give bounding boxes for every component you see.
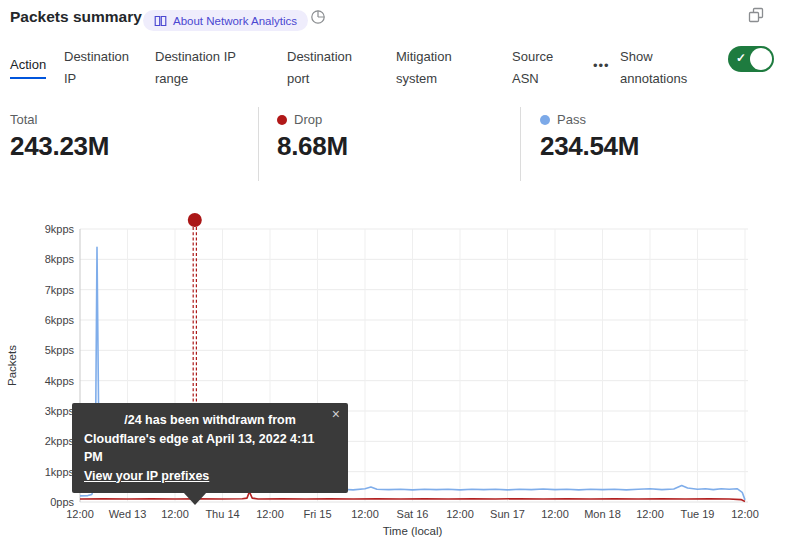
close-icon[interactable]: × [332, 405, 340, 424]
svg-text:2kpps: 2kpps [45, 435, 75, 447]
pass-legend-dot [540, 115, 550, 125]
svg-text:4kpps: 4kpps [45, 375, 75, 387]
stat-drop-label: Drop [277, 112, 322, 127]
svg-text:12:00: 12:00 [731, 508, 759, 520]
packets-summary-panel: Packets summary About Network Analytics … [0, 0, 785, 555]
stat-drop-value: 8.68M [277, 131, 348, 162]
stat-pass-label: Pass [540, 112, 586, 127]
popout-icon[interactable] [748, 7, 765, 28]
show-annotations-toggle[interactable]: ✓ [728, 46, 774, 72]
tab-destination-port[interactable]: Destination port [287, 46, 369, 90]
tooltip-caret [183, 492, 207, 505]
about-network-analytics-link[interactable]: About Network Analytics [143, 10, 308, 31]
time-window-icon[interactable] [310, 9, 326, 29]
svg-text:Thu 14: Thu 14 [205, 508, 239, 520]
svg-text:12:00: 12:00 [351, 508, 379, 520]
tab-destination-ip-range[interactable]: Destination IP range [155, 46, 257, 90]
drop-legend-dot [277, 115, 287, 125]
svg-text:12:00: 12:00 [636, 508, 664, 520]
tab-destination-ip[interactable]: Destination IP [64, 46, 144, 90]
packets-time-series-chart[interactable]: 0pps1kpps2kpps3kpps4kpps5kpps6kpps7kpps8… [0, 205, 785, 555]
y-axis-title: Packets [6, 345, 18, 386]
svg-text:3kpps: 3kpps [45, 405, 75, 417]
annotation-tooltip: × /24 has been withdrawn from Cloudflare… [72, 403, 348, 493]
svg-text:Sun 17: Sun 17 [490, 508, 525, 520]
svg-text:Fri 15: Fri 15 [303, 508, 331, 520]
svg-text:6kpps: 6kpps [45, 314, 75, 326]
svg-text:12:00: 12:00 [446, 508, 474, 520]
svg-text:Sat 16: Sat 16 [397, 508, 429, 520]
svg-text:5kpps: 5kpps [45, 344, 75, 356]
svg-text:8kpps: 8kpps [45, 253, 75, 265]
view-ip-prefixes-link[interactable]: View your IP prefixes [84, 467, 209, 486]
stat-divider [520, 107, 521, 181]
tooltip-text-line2: Cloudflare's edge at April 13, 2022 4:11… [84, 430, 336, 467]
check-icon: ✓ [736, 51, 746, 65]
tab-source-asn[interactable]: Source ASN [512, 46, 568, 90]
svg-text:12:00: 12:00 [66, 508, 94, 520]
badge-label: About Network Analytics [173, 15, 297, 27]
svg-text:1kpps: 1kpps [45, 466, 75, 478]
svg-text:Tue 19: Tue 19 [681, 508, 715, 520]
y-axis-labels: 0pps1kpps2kpps3kpps4kpps5kpps6kpps7kpps8… [45, 223, 75, 508]
svg-text:12:00: 12:00 [161, 508, 189, 520]
toggle-knob [750, 48, 772, 70]
book-icon [154, 15, 167, 27]
stat-total-label: Total [10, 112, 37, 127]
page-title: Packets summary [10, 8, 142, 26]
svg-text:12:00: 12:00 [256, 508, 284, 520]
x-axis-title: Time (local) [383, 525, 443, 537]
svg-text:9kpps: 9kpps [45, 223, 75, 235]
tab-action[interactable]: Action [10, 54, 46, 79]
tab-mitigation-system[interactable]: Mitigation system [396, 46, 478, 90]
show-annotations-label: Show annotations [620, 46, 708, 90]
stat-divider [258, 107, 259, 181]
annotation-dot[interactable] [188, 213, 202, 227]
svg-text:Wed 13: Wed 13 [109, 508, 147, 520]
svg-text:12:00: 12:00 [541, 508, 569, 520]
svg-text:7kpps: 7kpps [45, 284, 75, 296]
svg-text:0pps: 0pps [50, 496, 74, 508]
stat-total-value: 243.23M [10, 131, 109, 162]
stat-pass-value: 234.54M [540, 131, 639, 162]
x-axis-labels: 12:00Wed 1312:00Thu 1412:00Fri 1512:00Sa… [66, 508, 759, 520]
more-tabs-button[interactable]: ••• [593, 58, 610, 73]
tooltip-text-line1: /24 has been withdrawn from [84, 411, 336, 430]
svg-text:Mon 18: Mon 18 [584, 508, 621, 520]
